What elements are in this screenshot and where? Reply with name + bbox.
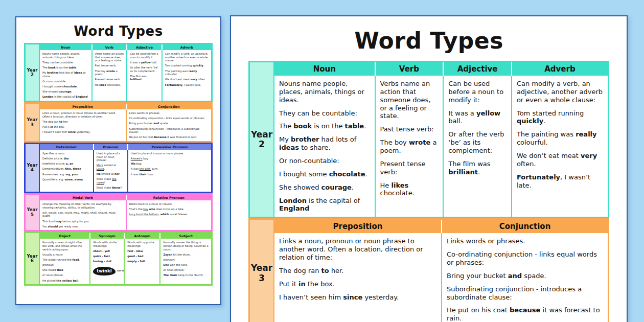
column-header: Preposition	[40, 104, 126, 109]
column-header: Subject	[159, 233, 211, 239]
year-label: Year3	[250, 220, 274, 322]
paragraph: Past tense verb:	[380, 125, 439, 133]
paragraph: Or after the verb ‘be’ as its complement…	[130, 66, 159, 73]
paragraph: He smiled at her.	[97, 172, 125, 176]
year-label: Year2	[250, 62, 274, 217]
header-row: Modal VerbRelative Pronoun	[40, 195, 211, 200]
year-2-section: Year2NounVerbAdjectiveAdverbNouns name p…	[248, 61, 609, 218]
paragraph: It was a yellow ball.	[130, 61, 159, 64]
paragraph: Lucy burst the balloon, which upset Stev…	[129, 213, 209, 216]
column-header: Adverb	[511, 62, 608, 76]
paragraph: Or after the verb ‘be’ as its complement…	[448, 130, 507, 155]
paragraph: Change the meaning of other verbs, for e…	[42, 202, 123, 209]
paragraph: Normally names the thing or person doing…	[163, 241, 209, 251]
paragraph: Nouns name people, places, animals, thin…	[279, 80, 370, 104]
paragraph: The painting was really colourful.	[517, 130, 603, 147]
content-cell: Can be used before a noun to modify it:I…	[443, 76, 511, 217]
paragraph: I bought some chocolate.	[42, 85, 89, 88]
content-row: Links a noun, pronoun or noun phrase to …	[274, 233, 608, 322]
paragraph: Can be used before a noun to modify it:	[130, 52, 159, 59]
paragraph: This food may be too spicy for you.	[42, 220, 123, 223]
year-label: Year5	[26, 195, 40, 230]
paragraph: Words with opposite meanings:	[127, 241, 157, 247]
paragraph: fast - slow	[127, 249, 157, 253]
paragraph: or noun phrase:	[163, 268, 209, 272]
paragraph: It was the girls’ turn.	[131, 167, 209, 171]
paragraph: He picked the yellow ball.	[42, 279, 87, 283]
content-cell: Used in place of a noun or noun phrase:A…	[127, 150, 211, 192]
paragraph: Ahmed’s bag	[131, 157, 209, 160]
content-cell: Verbs name an action that someone does, …	[91, 50, 127, 101]
paragraph: He likes chocolate.	[95, 83, 124, 87]
paragraph: Verbs name an action that someone does, …	[380, 80, 439, 120]
content-row: Nouns name people, places, animals, thin…	[40, 50, 211, 101]
paragraph: I bought some chocolate.	[279, 170, 370, 178]
poster-title: Word Types	[248, 28, 609, 54]
paragraph: London is the capital of England	[42, 95, 89, 99]
paragraph: Co-ordinating conjunction - links equal …	[447, 250, 603, 267]
paragraph: It was their turn.	[131, 173, 209, 176]
paragraph: He put on his coat because it was foreca…	[129, 135, 209, 139]
paragraph: Put it in the box.	[42, 125, 123, 129]
content-cell: Links words or phrases.Co-ordinating con…	[126, 109, 212, 141]
section-body: Modal VerbRelative PronounChange the mea…	[40, 195, 211, 230]
paragraph: Links a noun, pronoun or noun phrase to …	[42, 111, 123, 118]
paragraph: The film was brilliant.	[130, 75, 159, 81]
content-row: Nouns name people, places, animals, thin…	[274, 76, 608, 217]
column-header: Verb	[91, 44, 127, 50]
year-6-section: Year6ObjectSynonymAntonymSubjectNormally…	[24, 232, 213, 286]
paragraph: Words with similar meanings:	[93, 241, 121, 247]
paragraph: The waiter served the food.	[42, 258, 87, 262]
paragraph: pronoun:	[163, 258, 209, 262]
content-cell: Can be used before a noun to modify it:I…	[126, 50, 162, 101]
poster-thumbnail-page: Word Types Year2NounVerbAdjectiveAdverbN…	[15, 16, 221, 305]
paragraph: We don’t eat meat very often.	[165, 78, 209, 81]
column-header: Pronoun	[93, 144, 127, 150]
content-cell: Words with similar meanings:shout - yell…	[89, 239, 124, 284]
paragraph: Or non-countable:	[42, 80, 89, 83]
content-cell: Change the meaning of other verbs, for e…	[40, 200, 126, 230]
paragraph: Normally comes straight after the verb, …	[42, 241, 87, 251]
paragraph: Refers back to a noun or clause:	[129, 202, 209, 206]
paragraph: My brother had lots of ideas to share.	[42, 71, 89, 78]
paragraph: The dog ran to her.	[42, 120, 123, 124]
paragraph: Bring your bucket and spade.	[447, 272, 603, 280]
content-cell: Links a noun, pronoun or noun phrase to …	[40, 109, 126, 141]
paragraph: Shall I take these?	[97, 186, 125, 190]
section-body: ObjectSynonymAntonymSubjectNormally come…	[40, 233, 211, 284]
paragraph: The dog ran to her.	[279, 267, 436, 275]
paragraph: Zayan hit the drum.	[163, 253, 209, 257]
paragraph: The book is on the table.	[279, 122, 370, 130]
paragraph: Used in place of a noun or noun phrase:	[97, 152, 125, 162]
paragraph: Links words or phrases.	[447, 237, 603, 245]
paragraph: Can be used before a noun to modify it:	[448, 80, 507, 104]
column-header: Verb	[375, 62, 443, 76]
content-cell: Can modify a verb, an adjective, another…	[511, 76, 608, 217]
column-header: Noun	[274, 62, 375, 76]
year-label: Year3	[26, 104, 40, 141]
paragraph: Can modify a verb, an adjective, another…	[517, 80, 603, 104]
paragraph: They can be countable:	[279, 109, 370, 118]
paragraph: Verbs name an action that someone does, …	[95, 52, 124, 62]
paragraph: I haven’t seen him since yesterday.	[42, 130, 123, 134]
paragraph: Specifies a noun.	[42, 152, 90, 155]
content-cell: Links a noun, pronoun or noun phrase to …	[274, 233, 441, 322]
year-2-section: Year2NounVerbAdjectiveAdverbNouns name p…	[24, 43, 213, 102]
paragraph: Definite article: the	[42, 157, 90, 160]
paragraph: London is the capital of England	[279, 197, 370, 213]
section-body: PrepositionConjunctionLinks a noun, pron…	[40, 104, 211, 141]
section-body: NounVerbAdjectiveAdverbNouns name people…	[274, 62, 608, 217]
paragraph: Demonstratives: this, these	[42, 167, 90, 171]
paragraph: Put it in the box.	[279, 280, 436, 288]
content-cell: Verbs name an action that someone does, …	[375, 76, 443, 217]
column-header: Adjective	[443, 62, 511, 76]
paragraph: Used in place of a noun or noun phrase:	[131, 152, 209, 155]
column-header: Conjunction	[441, 220, 608, 233]
poster-title: Word Types	[24, 24, 213, 39]
content-row: Change the meaning of other verbs, for e…	[40, 200, 211, 230]
paragraph: Past tense verb:	[95, 64, 124, 67]
content-cell: Links words or phrases.Co-ordinating con…	[441, 233, 608, 322]
header-row: ObjectSynonymAntonymSubject	[40, 233, 211, 239]
column-header: Preposition	[274, 220, 441, 233]
paragraph: She showed courage.	[279, 183, 370, 192]
